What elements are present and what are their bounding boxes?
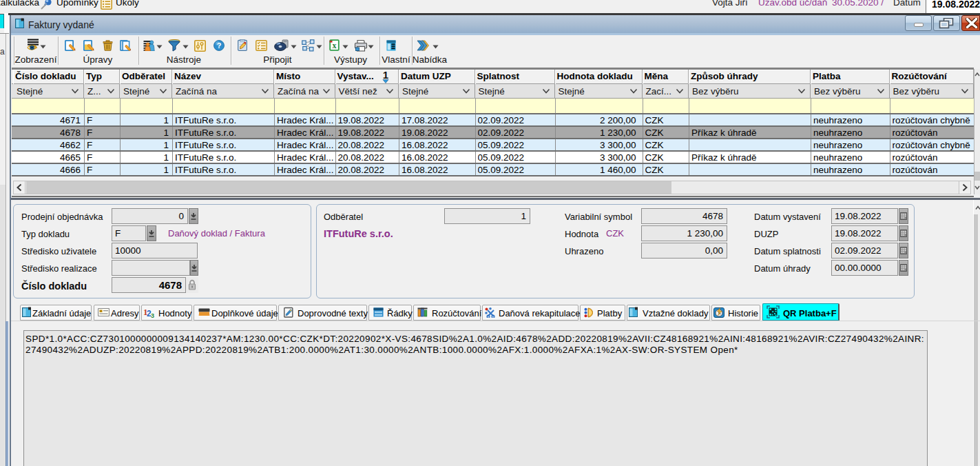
svg-text:x: x [333, 41, 337, 50]
svg-text:3: 3 [151, 312, 154, 318]
svg-text:?: ? [216, 41, 221, 50]
svg-text:1: 1 [383, 70, 388, 81]
